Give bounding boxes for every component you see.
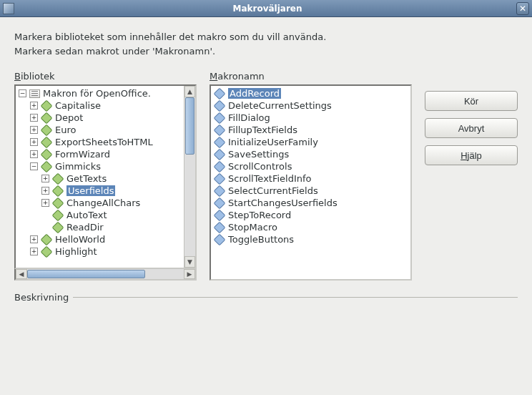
- module-icon: [52, 209, 64, 221]
- macro-icon: [214, 197, 226, 209]
- expand-icon[interactable]: +: [30, 138, 38, 146]
- document-icon: [29, 89, 40, 98]
- help-button[interactable]: Hjälp: [425, 145, 518, 165]
- tree-item[interactable]: +FormWizard: [17, 148, 184, 160]
- tree-item[interactable]: +GetTexts: [17, 172, 184, 185]
- scroll-thumb[interactable]: [27, 270, 145, 278]
- macro-icon: [214, 160, 226, 172]
- macro-icon: [214, 209, 226, 221]
- intro-text: Markera biblioteket som innehåller det m…: [14, 30, 518, 58]
- module-icon: [41, 233, 53, 245]
- macro-icon: [214, 87, 226, 99]
- module-icon: [52, 221, 64, 233]
- module-icon: [41, 160, 53, 172]
- library-label: Bibliotek: [14, 71, 55, 82]
- expand-icon[interactable]: +: [41, 187, 49, 195]
- description-label: Beskrivning: [14, 292, 69, 303]
- titlebar: Makroväljaren ✕: [0, 0, 532, 17]
- macroname-label: Makronamn: [210, 71, 265, 82]
- macro-icon: [214, 185, 226, 197]
- macro-icon: [214, 112, 226, 124]
- tree-item[interactable]: +HelloWorld: [17, 233, 184, 245]
- macro-icon: [214, 136, 226, 148]
- list-item[interactable]: FillDialog: [212, 112, 409, 124]
- library-tree[interactable]: − Makron för OpenOffice. +Capitalise +De…: [14, 84, 197, 269]
- dialog-content: Markera biblioteket som innehåller det m…: [0, 17, 532, 311]
- close-icon[interactable]: ✕: [516, 2, 529, 15]
- cancel-button[interactable]: Avbryt: [425, 118, 518, 138]
- collapse-icon[interactable]: −: [30, 162, 38, 170]
- scroll-down-icon[interactable]: ▼: [184, 256, 195, 268]
- horizontal-scrollbar[interactable]: ◀ ▶: [14, 269, 197, 281]
- scroll-thumb[interactable]: [185, 97, 194, 155]
- window-title: Makroväljaren: [19, 4, 516, 14]
- tree-item-selected[interactable]: +Userfields: [17, 185, 184, 197]
- list-item[interactable]: ScrollControls: [212, 160, 409, 172]
- expand-icon[interactable]: +: [41, 175, 49, 182]
- scroll-right-icon[interactable]: ▶: [184, 269, 195, 279]
- macro-icon: [214, 124, 226, 136]
- tree-item[interactable]: ReadDir: [17, 221, 184, 233]
- macro-icon: [214, 172, 226, 185]
- module-icon: [52, 172, 64, 185]
- collapse-icon[interactable]: −: [19, 89, 26, 97]
- app-icon: [3, 3, 14, 14]
- list-item[interactable]: StartChangesUserfields: [212, 197, 409, 209]
- module-icon: [41, 148, 53, 160]
- list-item[interactable]: ToggleButtons: [212, 233, 409, 245]
- list-item[interactable]: FillupTextFields: [212, 124, 409, 136]
- expand-icon[interactable]: +: [30, 102, 38, 109]
- intro-line1: Markera biblioteket som innehåller det m…: [14, 30, 518, 44]
- tree-item[interactable]: +ExportSheetsToHTML: [17, 136, 184, 148]
- module-icon: [52, 185, 64, 197]
- list-item[interactable]: DeleteCurrentSettings: [212, 99, 409, 112]
- macro-icon: [214, 233, 226, 245]
- expand-icon[interactable]: +: [30, 150, 38, 158]
- tree-root[interactable]: − Makron för OpenOffice.: [17, 87, 184, 99]
- tree-item-gimmicks[interactable]: −Gimmicks: [17, 160, 184, 172]
- macro-list[interactable]: AddRecord DeleteCurrentSettings FillDial…: [210, 84, 412, 281]
- module-icon: [52, 197, 64, 209]
- expand-icon[interactable]: +: [30, 248, 38, 255]
- scroll-up-icon[interactable]: ▲: [184, 86, 195, 97]
- list-item[interactable]: SelectCurrentFields: [212, 185, 409, 197]
- expand-icon[interactable]: +: [30, 235, 38, 243]
- macro-icon: [214, 148, 226, 160]
- vertical-scrollbar[interactable]: ▲ ▼: [184, 86, 195, 268]
- intro-line2: Markera sedan makrot under 'Makronamn'.: [14, 44, 518, 59]
- tree-item[interactable]: +Depot: [17, 112, 184, 124]
- list-item-selected[interactable]: AddRecord: [212, 87, 409, 99]
- run-button[interactable]: Kör: [425, 91, 518, 111]
- expand-icon[interactable]: +: [41, 199, 49, 207]
- module-icon: [41, 136, 53, 148]
- tree-item[interactable]: +Highlight: [17, 245, 184, 258]
- list-item[interactable]: SaveSettings: [212, 148, 409, 160]
- list-item[interactable]: StepToRecord: [212, 209, 409, 221]
- macro-icon: [214, 99, 226, 112]
- macro-icon: [214, 221, 226, 233]
- separator-line: [73, 297, 518, 298]
- tree-item[interactable]: AutoText: [17, 209, 184, 221]
- module-icon: [41, 124, 53, 136]
- list-item[interactable]: StopMacro: [212, 221, 409, 233]
- description-section: Beskrivning: [14, 292, 518, 303]
- expand-icon[interactable]: +: [30, 114, 38, 122]
- list-item[interactable]: ScrollTextFieldInfo: [212, 172, 409, 185]
- scroll-left-icon[interactable]: ◀: [16, 269, 27, 279]
- list-item[interactable]: InitializeUserFamily: [212, 136, 409, 148]
- expand-icon[interactable]: +: [30, 126, 38, 134]
- tree-root-label: Makron för OpenOffice.: [43, 88, 151, 99]
- module-icon: [41, 112, 53, 124]
- tree-item[interactable]: +Euro: [17, 124, 184, 136]
- module-icon: [41, 99, 53, 112]
- module-icon: [41, 245, 53, 258]
- tree-item[interactable]: +Capitalise: [17, 99, 184, 112]
- tree-item[interactable]: +ChangeAllChars: [17, 197, 184, 209]
